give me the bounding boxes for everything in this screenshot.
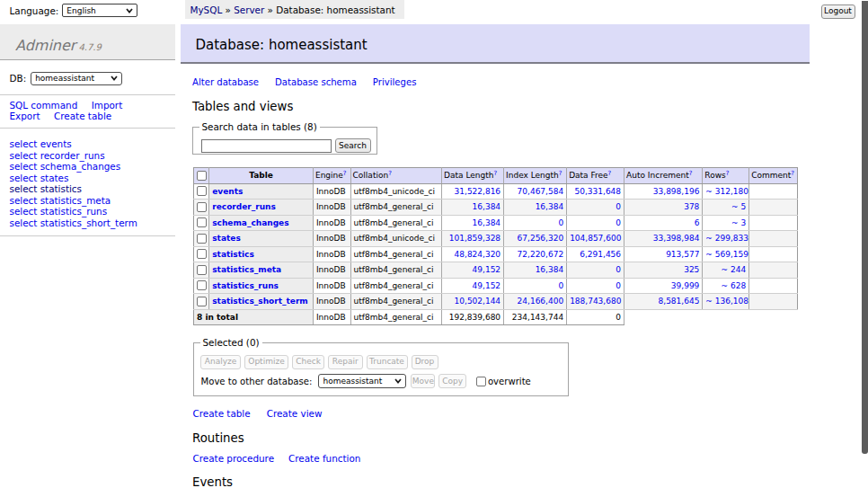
sidebar-table-link[interactable]: select statistics: [10, 183, 137, 195]
sidebar-table-link[interactable]: select states: [10, 173, 137, 184]
data-free-link[interactable]: 0: [616, 281, 621, 290]
table-name-link[interactable]: recorder_runs: [212, 202, 276, 211]
index-length-link[interactable]: 16,384: [536, 265, 564, 274]
table-name-link[interactable]: statistics_short_term: [212, 297, 307, 306]
help-link[interactable]: ?: [689, 170, 693, 177]
rows-link[interactable]: ~ 3: [731, 218, 746, 227]
rows-link[interactable]: ~ 244: [722, 265, 747, 274]
auto-increment-link[interactable]: 325: [684, 265, 699, 274]
help-link[interactable]: ?: [493, 170, 497, 177]
search-button[interactable]: Search: [335, 138, 371, 153]
table-name-link[interactable]: statistics_runs: [212, 281, 279, 290]
create-view-link[interactable]: Create view: [267, 408, 323, 419]
auto-increment-link[interactable]: 8,581,645: [659, 297, 700, 306]
rows-link[interactable]: ~ 628: [722, 281, 747, 290]
sidebar-table-link[interactable]: select statistics_meta: [10, 195, 137, 207]
row-checkbox[interactable]: [197, 217, 207, 227]
scrollbar-thumb[interactable]: [862, 1, 868, 454]
row-checkbox[interactable]: [197, 234, 207, 244]
rows-link[interactable]: ~ 5: [731, 202, 746, 211]
sidebar-table-link[interactable]: select schema_changes: [10, 161, 137, 173]
help-link[interactable]: ?: [559, 170, 562, 177]
rows-link[interactable]: ~ 569,159: [705, 250, 748, 259]
db-nav-link[interactable]: Database schema: [275, 77, 357, 87]
data-free-link[interactable]: 0: [616, 265, 621, 274]
table-name-link[interactable]: states: [212, 234, 241, 243]
help-link[interactable]: ?: [791, 170, 794, 177]
analyze-button[interactable]: Analyze: [200, 355, 241, 369]
breadcrumb-link[interactable]: MySQL: [190, 4, 223, 15]
data-length-link[interactable]: 49,152: [473, 281, 501, 290]
rows-link[interactable]: ~ 136,108: [705, 297, 748, 306]
move-button[interactable]: Move: [411, 374, 435, 388]
auto-increment-link[interactable]: 39,999: [671, 281, 700, 290]
db-nav-link[interactable]: Privileges: [373, 77, 417, 87]
data-length-link[interactable]: 16,384: [473, 218, 501, 227]
move-database-select[interactable]: homeassistant: [318, 374, 406, 388]
sidebar-table-link[interactable]: select events: [10, 138, 137, 150]
select-all-checkbox[interactable]: [197, 171, 207, 181]
table-name-link[interactable]: events: [212, 187, 243, 196]
help-link[interactable]: ?: [388, 170, 392, 177]
db-nav-link[interactable]: Alter database: [192, 77, 259, 87]
index-length-link[interactable]: 16,384: [536, 202, 564, 211]
rows-link[interactable]: ~ 299,833: [705, 234, 748, 243]
check-button[interactable]: Check: [292, 355, 324, 369]
sidebar-action-link[interactable]: Import: [92, 100, 123, 111]
help-link[interactable]: ?: [726, 170, 730, 177]
db-select[interactable]: homeassistant: [31, 72, 122, 85]
data-length-link[interactable]: 10,502,144: [455, 297, 501, 306]
index-length-link[interactable]: 24,166,400: [518, 297, 564, 306]
sidebar-action-link[interactable]: SQL command: [10, 100, 78, 111]
language-select[interactable]: English: [62, 4, 137, 17]
sidebar-table-link[interactable]: select statistics_short_term: [10, 217, 137, 229]
auto-increment-link[interactable]: 6: [695, 218, 700, 227]
drop-button[interactable]: Drop: [412, 355, 438, 369]
data-length-link[interactable]: 49,152: [473, 265, 501, 274]
row-checkbox[interactable]: [197, 280, 207, 290]
row-checkbox[interactable]: [197, 249, 207, 259]
create-table-link[interactable]: Create table: [193, 408, 251, 419]
copy-button[interactable]: Copy: [438, 374, 466, 388]
data-free-link[interactable]: 6,291,456: [580, 250, 621, 259]
row-checkbox[interactable]: [197, 297, 207, 306]
search-input[interactable]: [201, 139, 332, 153]
auto-increment-link[interactable]: 378: [684, 202, 699, 211]
table-name-link[interactable]: schema_changes: [212, 218, 288, 227]
sidebar-action-link[interactable]: Export: [10, 111, 40, 121]
data-free-link[interactable]: 104,857,600: [570, 234, 621, 243]
row-checkbox[interactable]: [197, 202, 207, 212]
sidebar-action-link[interactable]: Create table: [54, 111, 111, 121]
auto-increment-link[interactable]: 33,398,984: [653, 234, 700, 243]
sidebar-table-link[interactable]: select statistics_runs: [10, 206, 137, 217]
repair-button[interactable]: Repair: [328, 355, 363, 369]
table-name-link[interactable]: statistics_meta: [212, 265, 281, 274]
data-free-link[interactable]: 0: [616, 202, 621, 211]
index-length-link[interactable]: 0: [558, 218, 563, 227]
row-checkbox[interactable]: [197, 265, 207, 275]
index-length-link[interactable]: 67,256,320: [518, 234, 564, 243]
help-link[interactable]: ?: [343, 170, 347, 177]
logout-button[interactable]: Logout: [821, 4, 855, 19]
auto-increment-link[interactable]: 33,898,196: [653, 187, 700, 196]
auto-increment-link[interactable]: 913,577: [666, 250, 699, 259]
row-checkbox[interactable]: [197, 186, 207, 196]
data-free-link[interactable]: 50,331,648: [575, 187, 622, 196]
create-procedure-link[interactable]: Create procedure: [193, 453, 275, 464]
data-length-link[interactable]: 48,824,320: [455, 250, 501, 259]
overwrite-checkbox[interactable]: [476, 377, 486, 386]
sidebar-table-link[interactable]: select recorder_runs: [10, 150, 137, 162]
data-free-link[interactable]: 0: [616, 218, 621, 227]
breadcrumb-link[interactable]: Server: [234, 4, 264, 15]
optimize-button[interactable]: Optimize: [244, 355, 288, 369]
help-link[interactable]: ?: [608, 170, 612, 177]
create-function-link[interactable]: Create function: [288, 453, 360, 464]
index-length-link[interactable]: 70,467,584: [518, 187, 564, 196]
data-length-link[interactable]: 101,859,328: [449, 234, 500, 243]
data-free-link[interactable]: 188,743,680: [570, 297, 621, 306]
rows-link[interactable]: ~ 312,180: [705, 187, 748, 196]
data-length-link[interactable]: 16,384: [473, 202, 501, 211]
table-name-link[interactable]: statistics: [212, 250, 254, 259]
truncate-button[interactable]: Truncate: [367, 355, 408, 369]
data-length-link[interactable]: 31,522,816: [455, 187, 501, 196]
